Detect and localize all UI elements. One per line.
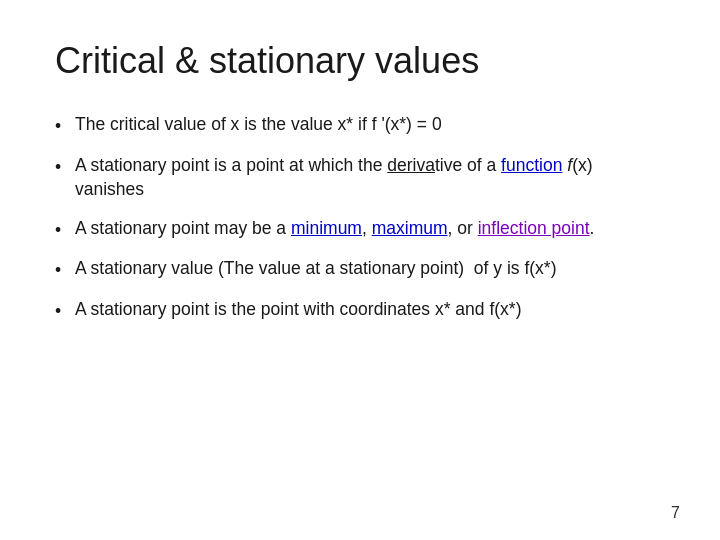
list-item: • A stationary point is a point at which… — [55, 153, 665, 202]
bullet-content: A stationary point may be a minimum, max… — [75, 216, 665, 241]
page-number: 7 — [671, 504, 680, 522]
list-item: • A stationary point is the point with c… — [55, 297, 665, 324]
list-item: • A stationary value (The value at a sta… — [55, 256, 665, 283]
maximum-link[interactable]: maximum — [372, 218, 448, 238]
bullet-content: A stationary point is a point at which t… — [75, 153, 665, 202]
list-item: • A stationary point may be a minimum, m… — [55, 216, 665, 243]
bullet-dot: • — [55, 218, 75, 243]
minimum-link[interactable]: minimum — [291, 218, 362, 238]
function-link[interactable]: function — [501, 155, 562, 175]
bullet-dot: • — [55, 258, 75, 283]
inflection-link[interactable]: inflection point — [478, 218, 590, 238]
slide-container: Critical & stationary values • The criti… — [0, 0, 720, 540]
list-item: • The critical value of x is the value x… — [55, 112, 665, 139]
bullet-content: A stationary value (The value at a stati… — [75, 256, 665, 281]
slide-title: Critical & stationary values — [55, 40, 665, 82]
bullet-content: A stationary point is the point with coo… — [75, 297, 665, 322]
bullet-content: The critical value of x is the value x* … — [75, 112, 665, 137]
bullet-list: • The critical value of x is the value x… — [55, 112, 665, 323]
bullet-dot: • — [55, 299, 75, 324]
bullet-dot: • — [55, 155, 75, 180]
bullet-dot: • — [55, 114, 75, 139]
derivative-link[interactable]: deriva — [387, 155, 435, 175]
